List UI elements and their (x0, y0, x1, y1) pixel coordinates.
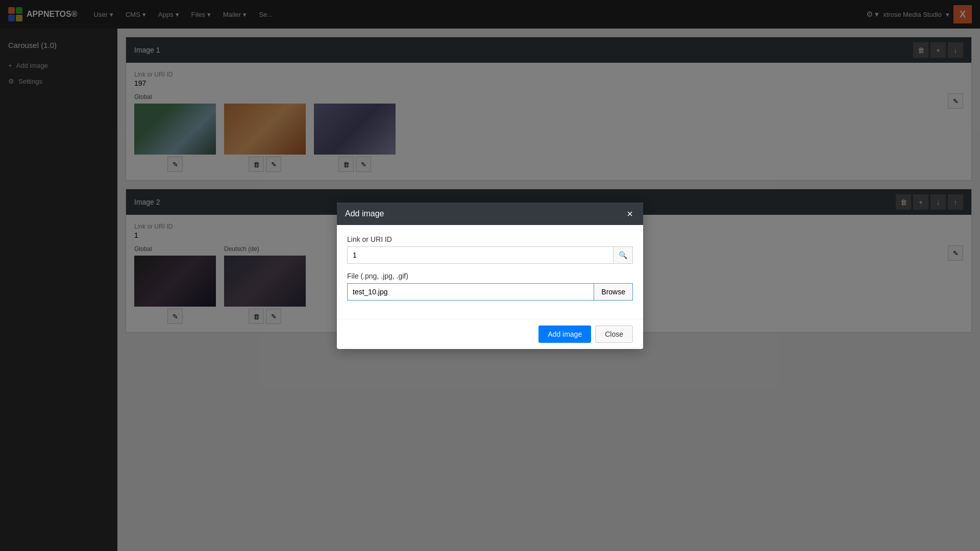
file-label: File (.png, .jpg, .gif) (347, 272, 633, 280)
close-modal-button[interactable]: Close (595, 325, 633, 343)
modal-overlay[interactable]: Add image × Link or URI ID 🔍 File (.png,… (0, 0, 980, 551)
link-form-group: Link or URI ID 🔍 (347, 235, 633, 264)
file-input-group: Browse (347, 283, 633, 300)
file-input[interactable] (347, 283, 594, 300)
file-form-group: File (.png, .jpg, .gif) Browse (347, 272, 633, 300)
link-label: Link or URI ID (347, 235, 633, 243)
add-image-modal: Add image × Link or URI ID 🔍 File (.png,… (337, 203, 643, 349)
modal-header: Add image × (337, 203, 643, 225)
search-icon: 🔍 (619, 251, 627, 259)
modal-close-x-button[interactable]: × (625, 209, 635, 219)
search-icon-button[interactable]: 🔍 (614, 246, 633, 264)
add-image-button[interactable]: Add image (538, 325, 591, 343)
modal-footer: Add image Close (337, 319, 643, 349)
modal-title: Add image (345, 209, 384, 218)
modal-body: Link or URI ID 🔍 File (.png, .jpg, .gif)… (337, 225, 643, 319)
link-input[interactable] (347, 246, 614, 264)
link-input-group: 🔍 (347, 246, 633, 264)
browse-button[interactable]: Browse (594, 283, 633, 300)
